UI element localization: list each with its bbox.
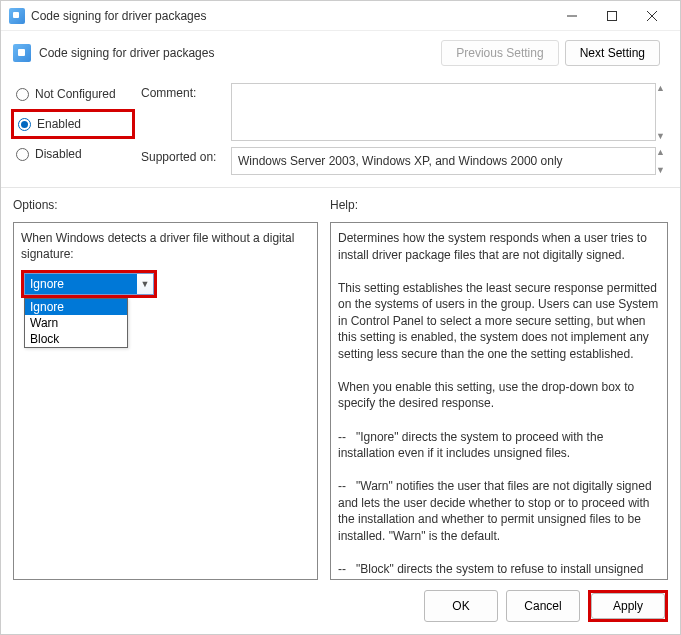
state-radio-group: Not Configured Enabled Disabled	[13, 83, 133, 175]
dropdown-option-block[interactable]: Block	[25, 331, 127, 347]
scroll-up-icon[interactable]: ▲	[656, 147, 668, 157]
chevron-down-icon: ▼	[137, 274, 153, 294]
radio-disabled[interactable]: Disabled	[13, 143, 133, 165]
supported-on-value: Windows Server 2003, Windows XP, and Win…	[231, 147, 656, 175]
top-section: Not Configured Enabled Disabled Comment:…	[1, 75, 680, 188]
comment-label: Comment:	[141, 83, 231, 100]
policy-icon	[9, 8, 25, 24]
help-column: Help: Determines how the system responds…	[330, 198, 668, 580]
options-prompt: When Windows detects a driver file witho…	[21, 230, 310, 262]
minimize-button[interactable]	[552, 2, 592, 30]
highlight-marker: Ignore ▼	[21, 270, 157, 298]
header-row: Code signing for driver packages Previou…	[1, 31, 680, 75]
radio-label: Enabled	[37, 117, 81, 131]
radio-not-configured[interactable]: Not Configured	[13, 83, 133, 105]
highlight-marker: Apply	[588, 590, 668, 622]
maximize-button[interactable]	[592, 2, 632, 30]
nav-buttons: Previous Setting Next Setting	[441, 40, 668, 66]
dropdown-selected-value: Ignore	[25, 274, 137, 294]
radio-dot-icon	[18, 118, 31, 131]
dropdown-option-ignore[interactable]: Ignore	[25, 299, 127, 315]
policy-icon	[13, 44, 31, 62]
radio-dot-icon	[16, 88, 29, 101]
supported-on-label: Supported on:	[141, 147, 231, 164]
dropdown-list: Ignore Warn Block	[24, 298, 128, 348]
radio-label: Disabled	[35, 147, 82, 161]
help-panel: Determines how the system responds when …	[330, 222, 668, 580]
highlight-marker: Enabled	[11, 109, 135, 139]
next-setting-button[interactable]: Next Setting	[565, 40, 660, 66]
help-title: Help:	[330, 198, 668, 212]
radio-dot-icon	[16, 148, 29, 161]
radio-label: Not Configured	[35, 87, 116, 101]
meta-column: Comment: ▲ ▼ Supported on: Windows Serve…	[141, 83, 668, 175]
previous-setting-button[interactable]: Previous Setting	[441, 40, 558, 66]
scroll-up-icon[interactable]: ▲	[656, 83, 668, 93]
scroll-down-icon[interactable]: ▼	[656, 131, 668, 141]
apply-button[interactable]: Apply	[591, 593, 665, 619]
supported-scroll: ▲ ▼	[656, 147, 668, 175]
signature-action-dropdown[interactable]: Ignore ▼	[24, 273, 154, 295]
options-column: Options: When Windows detects a driver f…	[13, 198, 318, 580]
scroll-down-icon[interactable]: ▼	[656, 165, 668, 175]
close-button[interactable]	[632, 2, 672, 30]
svg-rect-1	[608, 11, 617, 20]
dialog-window: Code signing for driver packages Code si…	[0, 0, 681, 635]
ok-button[interactable]: OK	[424, 590, 498, 622]
options-panel: When Windows detects a driver file witho…	[13, 222, 318, 580]
window-title: Code signing for driver packages	[31, 9, 552, 23]
comment-scroll: ▲ ▼	[656, 83, 668, 141]
comment-textarea[interactable]	[231, 83, 656, 141]
window-controls	[552, 2, 672, 30]
help-text: Determines how the system responds when …	[338, 230, 660, 580]
header-title: Code signing for driver packages	[39, 46, 441, 60]
mid-section: Options: When Windows detects a driver f…	[1, 188, 680, 580]
dropdown-option-warn[interactable]: Warn	[25, 315, 127, 331]
titlebar: Code signing for driver packages	[1, 1, 680, 31]
footer: OK Cancel Apply	[1, 580, 680, 634]
options-title: Options:	[13, 198, 318, 212]
combo-wrapper: Ignore ▼ Ignore Warn Block	[21, 270, 310, 298]
cancel-button[interactable]: Cancel	[506, 590, 580, 622]
radio-enabled[interactable]: Enabled	[15, 113, 131, 135]
